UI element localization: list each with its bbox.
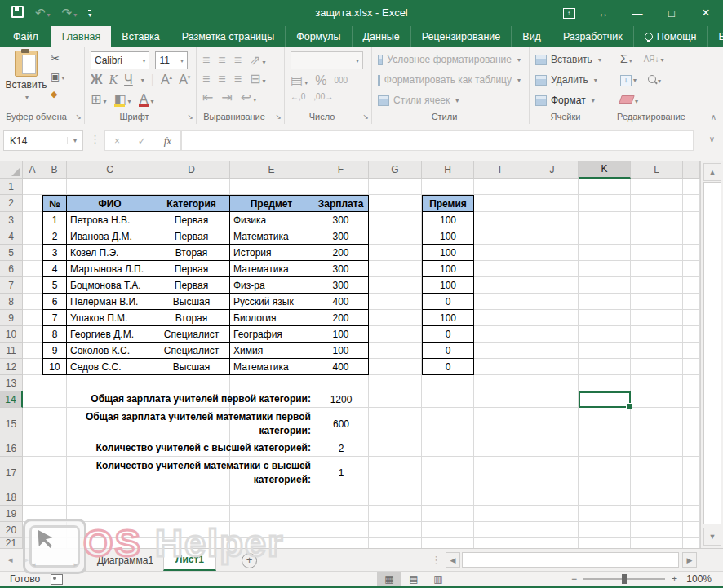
increase-decimal-icon[interactable]: ←,0 (291, 92, 305, 101)
cell[interactable] (526, 310, 579, 326)
cell[interactable] (369, 310, 422, 326)
bold-button[interactable]: Ж (91, 73, 102, 87)
table-cell-C9[interactable]: Ушаков П.М. (67, 310, 153, 326)
cell[interactable] (42, 375, 67, 391)
cell[interactable] (474, 343, 526, 359)
cell[interactable] (526, 261, 579, 277)
cell[interactable] (369, 261, 422, 277)
row-header-14[interactable]: 14 (0, 391, 23, 408)
table-cell-D4[interactable]: Первая (153, 228, 230, 245)
cell[interactable] (67, 489, 153, 506)
column-header-L[interactable]: L (631, 161, 683, 179)
cell[interactable] (683, 359, 700, 375)
cell[interactable] (230, 506, 313, 522)
cancel-entry-icon[interactable]: × (114, 135, 120, 147)
column-header-H[interactable]: H (422, 161, 474, 179)
tab-file[interactable]: Файл (0, 26, 51, 47)
cell[interactable] (67, 506, 153, 522)
cell[interactable] (683, 457, 700, 489)
cell[interactable] (526, 179, 579, 195)
cell[interactable] (526, 375, 579, 391)
cell[interactable] (474, 391, 526, 408)
table-cell-D7[interactable]: Первая (153, 277, 230, 294)
cell[interactable] (579, 245, 631, 261)
cell[interactable] (42, 538, 67, 548)
zoom-level[interactable]: 100% (686, 573, 712, 585)
table-cell-F5[interactable]: 200 (313, 245, 369, 261)
cell[interactable] (631, 326, 683, 343)
cell[interactable] (683, 179, 700, 195)
cell[interactable] (631, 277, 683, 294)
table-cell-E3[interactable]: Физика (230, 212, 313, 228)
row-header-1[interactable]: 1 (0, 179, 23, 195)
table-cell-C12[interactable]: Седов С.С. (67, 359, 153, 375)
table-cell-F7[interactable]: 300 (313, 277, 369, 294)
formula-input[interactable] (181, 130, 694, 151)
cell[interactable] (579, 522, 631, 538)
cell[interactable] (631, 195, 683, 212)
row-header-5[interactable]: 5 (0, 245, 23, 261)
fill-color-button[interactable]: ◧▾ (113, 92, 131, 107)
shrink-font-button[interactable]: А▾ (179, 73, 190, 87)
cell[interactable] (579, 326, 631, 343)
name-box-dropdown-icon[interactable]: ▾ (67, 137, 82, 144)
table-cell-D8[interactable]: Высшая (153, 294, 230, 310)
cell[interactable] (631, 391, 683, 408)
cell[interactable] (313, 506, 369, 522)
cell[interactable] (683, 212, 700, 228)
table-cell-B9[interactable]: 7 (42, 310, 67, 326)
cell[interactable] (313, 179, 369, 195)
cell[interactable] (474, 294, 526, 310)
cell[interactable] (23, 457, 42, 489)
cell[interactable] (369, 343, 422, 359)
cell[interactable] (683, 538, 700, 548)
table-cell-D11[interactable]: Специалист (153, 343, 230, 359)
row-header-2[interactable]: 2 (0, 195, 23, 212)
column-header-G[interactable]: G (369, 161, 422, 179)
table-cell-E9[interactable]: Биология (230, 310, 313, 326)
cell[interactable] (67, 179, 153, 195)
cell[interactable] (42, 457, 67, 489)
cell[interactable] (683, 440, 700, 457)
comma-format-icon[interactable]: 000 (334, 76, 348, 85)
cell[interactable] (474, 261, 526, 277)
tab-page-layout[interactable]: Разметка страницы (171, 26, 286, 47)
new-sheet-button[interactable]: + (242, 553, 257, 568)
cell[interactable] (579, 359, 631, 375)
cell[interactable] (230, 375, 313, 391)
page-layout-view-button[interactable]: ▤ (401, 572, 426, 586)
cell[interactable] (23, 212, 42, 228)
column-header-K[interactable]: K (579, 161, 631, 179)
table-cell-B10[interactable]: 8 (42, 326, 67, 343)
row-header-17[interactable]: 17 (0, 457, 23, 489)
row-header-8[interactable]: 8 (0, 294, 23, 310)
cell[interactable] (42, 506, 67, 522)
cell[interactable] (683, 408, 700, 440)
cell[interactable] (369, 326, 422, 343)
cell[interactable] (369, 228, 422, 245)
table-cell-F10[interactable]: 100 (313, 326, 369, 343)
table-cell-H12[interactable]: 0 (422, 359, 474, 375)
cell[interactable] (631, 261, 683, 277)
row-header-7[interactable]: 7 (0, 277, 23, 294)
column-header-J[interactable]: J (526, 161, 579, 179)
table-cell-B4[interactable]: 2 (42, 228, 67, 245)
cell[interactable] (153, 522, 230, 538)
row-header-13[interactable]: 13 (0, 375, 23, 391)
alignment-dialog-launcher-icon[interactable]: ↘ (275, 113, 282, 121)
table-cell-C3[interactable]: Петрова Н.В. (67, 212, 153, 228)
ribbon-display-options-icon[interactable]: ↑ (552, 0, 586, 26)
cell[interactable] (526, 489, 579, 506)
row-header-19[interactable]: 19 (0, 506, 23, 522)
cell[interactable] (683, 326, 700, 343)
row-header-3[interactable]: 3 (0, 212, 23, 228)
cell[interactable] (23, 179, 42, 195)
cell[interactable] (579, 408, 631, 440)
table-cell-H4[interactable]: 100 (422, 228, 474, 245)
table-cell-F3[interactable]: 300 (313, 212, 369, 228)
cell[interactable] (683, 294, 700, 310)
cell[interactable] (526, 245, 579, 261)
cell[interactable] (526, 506, 579, 522)
select-all-corner[interactable] (0, 161, 23, 179)
table-cell-F12[interactable]: 400 (313, 359, 369, 375)
